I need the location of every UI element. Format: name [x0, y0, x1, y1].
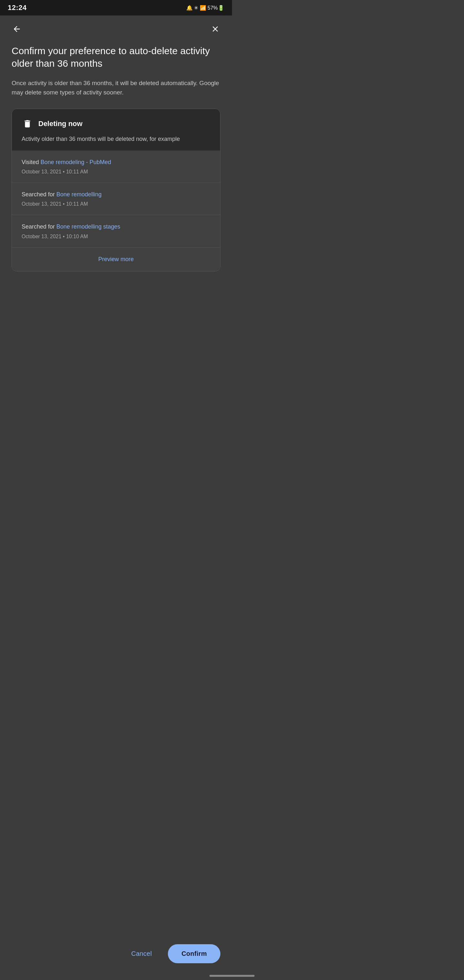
activity-text-3: Searched for Bone remodelling stages — [22, 223, 210, 231]
main-content: Confirm your preference to auto-delete a… — [0, 41, 232, 271]
status-time: 12:24 — [8, 3, 27, 12]
activity-timestamp-1: October 13, 2021 • 10:11 AM — [22, 169, 210, 175]
preview-more-link[interactable]: Preview more — [98, 256, 134, 262]
status-bar: 12:24 🔔 ✳ 📶 57%🔋 — [0, 0, 232, 16]
bottom-spacer — [0, 284, 232, 342]
close-button[interactable] — [208, 22, 222, 36]
page-description: Once activity is older than 36 months, i… — [11, 79, 221, 97]
activity-prefix-2: Searched for — [22, 191, 56, 197]
status-icons: 🔔 ✳ 📶 57%🔋 — [186, 5, 224, 11]
activity-timestamp-3: October 13, 2021 • 10:10 AM — [22, 234, 210, 240]
activity-text-2: Searched for Bone remodelling — [22, 191, 210, 199]
activity-link-1[interactable]: Bone remodeling - PubMed — [41, 159, 111, 165]
activity-prefix-3: Searched for — [22, 223, 56, 230]
back-button[interactable] — [10, 22, 24, 36]
nav-bar — [0, 16, 232, 41]
card-header-description: Activity older than 36 months will be de… — [22, 135, 210, 143]
activity-timestamp-2: October 13, 2021 • 10:11 AM — [22, 201, 210, 207]
trash-icon — [22, 118, 33, 130]
activity-text-1: Visited Bone remodeling - PubMed — [22, 158, 210, 166]
deletion-card: Deleting now Activity older than 36 mont… — [11, 109, 221, 271]
activity-item: Searched for Bone remodelling stages Oct… — [12, 215, 220, 247]
activity-link-2[interactable]: Bone remodelling — [56, 191, 102, 197]
activity-item: Searched for Bone remodelling October 13… — [12, 183, 220, 215]
battery-icon: 🔔 ✳ 📶 57%🔋 — [186, 5, 224, 11]
activity-link-3[interactable]: Bone remodelling stages — [56, 223, 120, 230]
activity-list: Visited Bone remodeling - PubMed October… — [12, 151, 220, 271]
preview-more-row: Preview more — [12, 248, 220, 271]
page-title: Confirm your preference to auto-delete a… — [11, 45, 221, 70]
activity-prefix-1: Visited — [22, 159, 41, 165]
activity-item: Visited Bone remodeling - PubMed October… — [12, 151, 220, 183]
card-header-title: Deleting now — [38, 119, 83, 128]
card-header: Deleting now Activity older than 36 mont… — [12, 109, 220, 151]
card-header-title-row: Deleting now — [22, 118, 210, 130]
